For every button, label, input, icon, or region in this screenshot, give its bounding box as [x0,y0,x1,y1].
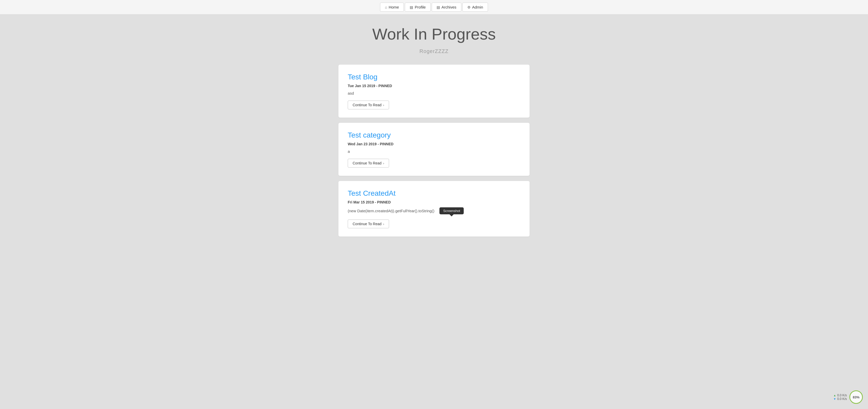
screenshot-tooltip: Screenshot [439,207,464,214]
speed-info: ▲ 0.0 K/s ▼ 0.0 K/s [833,393,847,401]
main-content: Work In Progress RogerZZZZ Test Blog Tue… [333,14,535,252]
nav-profile-label: Profile [414,5,426,9]
admin-icon: ⚙ [467,5,471,9]
nav-admin[interactable]: ⚙ Admin [462,3,488,12]
post-3-continue-label: Continue To Read [352,222,381,226]
blog-card-2: Test category Wed Jan 23 2019 - PINNED a… [338,123,530,176]
post-2-continue-btn[interactable]: Continue To Read › [348,159,389,168]
meter-percent: 83% [853,395,860,399]
archives-icon: ▤ [437,5,440,9]
navbar: ⌂ Home ▤ Profile ▤ Archives ⚙ Admin [0,0,868,14]
speed-down-row: ▼ 0.0 K/s [833,397,847,401]
site-title: Work In Progress [338,25,530,43]
speed-up-value: 0.0 K/s [837,393,847,397]
chevron-right-icon-3: › [383,222,384,226]
profile-icon: ▤ [410,5,413,9]
up-arrow-icon: ▲ [833,394,836,397]
post-3-continue-btn[interactable]: Continue To Read › [348,220,389,228]
post-3-excerpt: (new Date(item.createdAt)).getFullYear()… [348,209,434,213]
nav-admin-label: Admin [472,5,483,9]
blog-card-1: Test Blog Tue Jan 15 2019 - PINNED asd C… [338,65,530,118]
blog-card-3: Test CreatedAt Fri Mar 15 2019 - PINNED … [338,181,530,237]
post-1-excerpt: asd [348,91,520,95]
post-3-meta: Fri Mar 15 2019 - PINNED [348,200,520,204]
bottom-widget: ▲ 0.0 K/s ▼ 0.0 K/s 83% [833,390,863,404]
post-3-title[interactable]: Test CreatedAt [348,189,520,198]
site-subtitle: RogerZZZZ [338,48,530,54]
speed-down-value: 0.0 K/s [837,397,847,401]
nav-archives-label: Archives [441,5,457,9]
post-2-excerpt: a [348,149,520,153]
post-2-title[interactable]: Test category [348,131,520,139]
nav-home-label: Home [389,5,399,9]
nav-home[interactable]: ⌂ Home [380,3,404,12]
post-2-continue-label: Continue To Read [352,161,381,165]
chevron-right-icon-2: › [383,161,384,165]
nav-items: ⌂ Home ▤ Profile ▤ Archives ⚙ Admin [380,3,488,12]
post-2-meta: Wed Jan 23 2019 - PINNED [348,142,520,146]
post-1-title[interactable]: Test Blog [348,73,520,81]
nav-archives[interactable]: ▤ Archives [432,3,461,12]
down-arrow-icon: ▼ [833,397,836,401]
home-icon: ⌂ [385,5,387,9]
nav-profile[interactable]: ▤ Profile [405,3,431,12]
post-1-continue-btn[interactable]: Continue To Read › [348,100,389,109]
chevron-right-icon: › [383,103,384,107]
post-1-meta: Tue Jan 15 2019 - PINNED [348,84,520,88]
circle-meter: 83% [849,390,863,404]
speed-up-row: ▲ 0.0 K/s [833,393,847,397]
post-1-continue-label: Continue To Read [352,103,381,107]
